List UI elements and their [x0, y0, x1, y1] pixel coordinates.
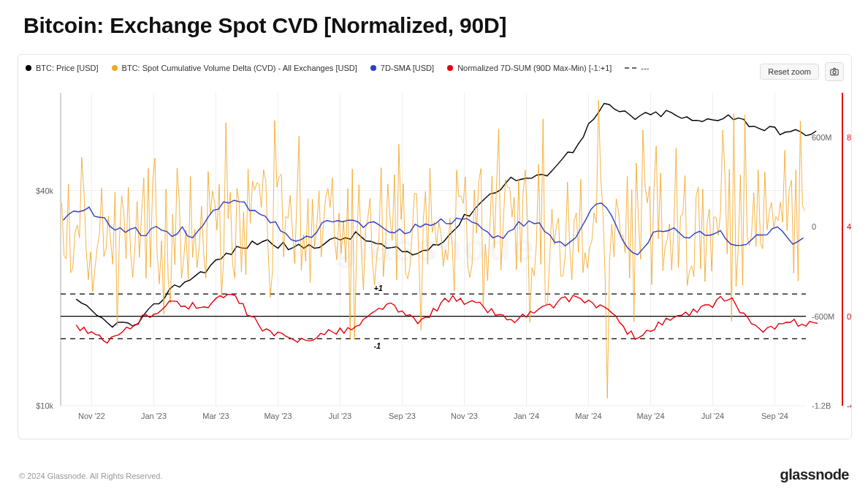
- svg-point-1: [833, 71, 836, 74]
- svg-text:-600M: -600M: [812, 312, 834, 321]
- svg-text:600M: 600M: [812, 133, 832, 142]
- svg-text:0: 0: [847, 312, 851, 321]
- legend-label: Normalized 7D-SUM (90D Max-Min) [-1:+1]: [457, 64, 612, 72]
- copyright: © 2024 Glassnode. All Rights Reserved.: [19, 472, 162, 480]
- legend-item-norm[interactable]: Normalized 7D-SUM (90D Max-Min) [-1:+1]: [447, 64, 612, 72]
- plot-area[interactable]: Nov '22Jan '23Mar '23May '23Jul '23Sep '…: [18, 86, 851, 439]
- chart-svg: Nov '22Jan '23Mar '23May '23Jul '23Sep '…: [18, 86, 851, 439]
- svg-text:-1.2B: -1.2B: [812, 401, 831, 410]
- legend-label: ---: [641, 64, 649, 72]
- svg-text:Mar '24: Mar '24: [575, 412, 601, 420]
- svg-text:Mar '23: Mar '23: [202, 412, 229, 420]
- legend-dot-price: [26, 65, 31, 71]
- brand-logo: glassnode: [780, 466, 849, 483]
- svg-text:May '24: May '24: [636, 412, 664, 420]
- svg-rect-0: [831, 69, 839, 75]
- legend-label: 7D-SMA [USD]: [381, 64, 434, 72]
- legend: BTC: Price [USD] BTC: Spot Cumulative Vo…: [26, 64, 764, 72]
- svg-text:Nov '22: Nov '22: [78, 412, 105, 420]
- page-title: Bitcoin: Exchange Spot CVD [Normalized, …: [23, 13, 506, 38]
- svg-text:0: 0: [812, 222, 816, 231]
- chart-card: BTC: Price [USD] BTC: Spot Cumulative Vo…: [18, 54, 852, 439]
- chart-toolbar: Reset zoom: [760, 62, 844, 81]
- svg-text:8: 8: [847, 133, 851, 142]
- legend-item-dashes[interactable]: ---: [625, 64, 649, 72]
- legend-label: BTC: Price [USD]: [36, 64, 99, 72]
- svg-text:Jul '23: Jul '23: [329, 412, 351, 420]
- svg-text:Jan '23: Jan '23: [141, 412, 167, 420]
- svg-text:$40k: $40k: [36, 186, 53, 195]
- legend-dot-norm: [447, 65, 453, 71]
- legend-item-cvd[interactable]: BTC: Spot Cumulative Volume Delta (CVD) …: [112, 64, 357, 72]
- svg-text:$10k: $10k: [36, 401, 53, 410]
- legend-dot-cvd: [112, 65, 118, 71]
- svg-text:4: 4: [847, 222, 851, 231]
- svg-text:May '23: May '23: [264, 412, 292, 420]
- svg-text:Nov '23: Nov '23: [451, 412, 478, 420]
- svg-text:-4: -4: [847, 401, 851, 410]
- legend-item-price[interactable]: BTC: Price [USD]: [26, 64, 99, 72]
- svg-text:Jan '24: Jan '24: [514, 412, 539, 420]
- legend-label: BTC: Spot Cumulative Volume Delta (CVD) …: [122, 64, 357, 72]
- camera-icon[interactable]: [825, 62, 844, 81]
- legend-dash-icon: [625, 67, 636, 69]
- svg-text:Sep '23: Sep '23: [389, 412, 416, 420]
- svg-text:+1: +1: [373, 284, 383, 292]
- legend-item-sma[interactable]: 7D-SMA [USD]: [370, 64, 434, 72]
- svg-text:Jul '24: Jul '24: [701, 412, 724, 420]
- svg-text:-1: -1: [373, 341, 381, 350]
- legend-dot-sma: [370, 65, 376, 71]
- svg-text:Sep '24: Sep '24: [761, 412, 788, 420]
- reset-zoom-button[interactable]: Reset zoom: [760, 64, 819, 80]
